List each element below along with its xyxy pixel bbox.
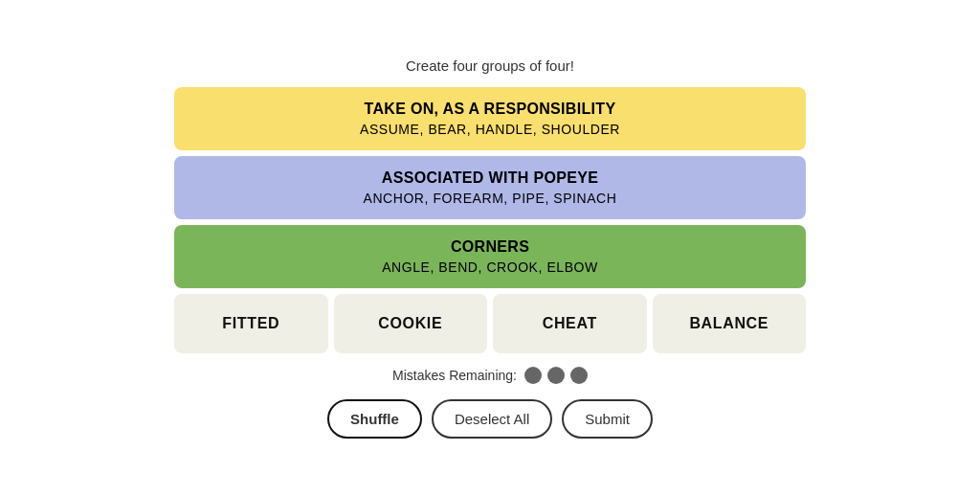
mistake-dot-0 (524, 367, 542, 384)
shuffle-button[interactable]: Shuffle (327, 399, 422, 439)
mistake-dot-2 (570, 367, 588, 384)
word-tile-cookie[interactable]: COOKIE (334, 294, 488, 353)
submit-button[interactable]: Submit (562, 399, 653, 439)
mistake-dot-1 (547, 367, 565, 384)
group-words-blue: ANCHOR, FOREARM, PIPE, SPINACH (364, 191, 617, 206)
group-title-yellow: TAKE ON, AS A RESPONSIBILITY (365, 101, 616, 118)
word-tile-fitted[interactable]: FITTED (174, 294, 328, 353)
word-tile-balance[interactable]: BALANCE (653, 294, 807, 353)
group-title-blue: ASSOCIATED WITH POPEYE (382, 169, 598, 187)
word-tiles-grid: FITTEDCOOKIECHEATBALANCE (174, 294, 806, 353)
mistake-dots (524, 367, 588, 384)
groups-area: TAKE ON, AS A RESPONSIBILITYASSUME, BEAR… (174, 87, 806, 288)
group-card-blue: ASSOCIATED WITH POPEYEANCHOR, FOREARM, P… (174, 156, 806, 219)
buttons-row: Shuffle Deselect All Submit (327, 399, 653, 439)
group-words-yellow: ASSUME, BEAR, HANDLE, SHOULDER (360, 122, 620, 137)
group-card-green: CORNERSANGLE, BEND, CROOK, ELBOW (174, 225, 806, 288)
word-tile-cheat[interactable]: CHEAT (493, 294, 647, 353)
instructions-text: Create four groups of four! (406, 57, 574, 74)
group-title-green: CORNERS (451, 238, 529, 256)
group-words-green: ANGLE, BEND, CROOK, ELBOW (382, 259, 598, 275)
mistakes-label: Mistakes Remaining: (392, 368, 517, 383)
deselect-all-button[interactable]: Deselect All (432, 399, 552, 439)
group-card-yellow: TAKE ON, AS A RESPONSIBILITYASSUME, BEAR… (174, 87, 806, 150)
game-container: Create four groups of four! TAKE ON, AS … (174, 57, 806, 439)
mistakes-row: Mistakes Remaining: (392, 367, 588, 384)
